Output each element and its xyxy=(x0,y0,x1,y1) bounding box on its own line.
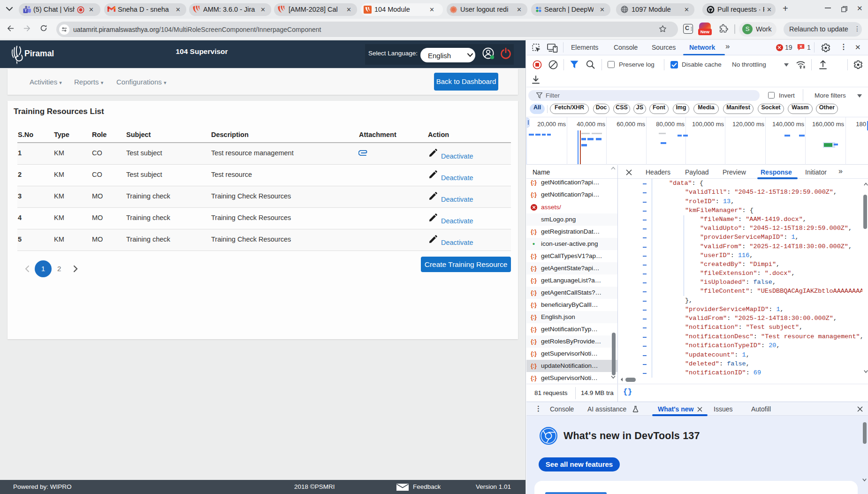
svg-text:T: T xyxy=(24,8,27,13)
